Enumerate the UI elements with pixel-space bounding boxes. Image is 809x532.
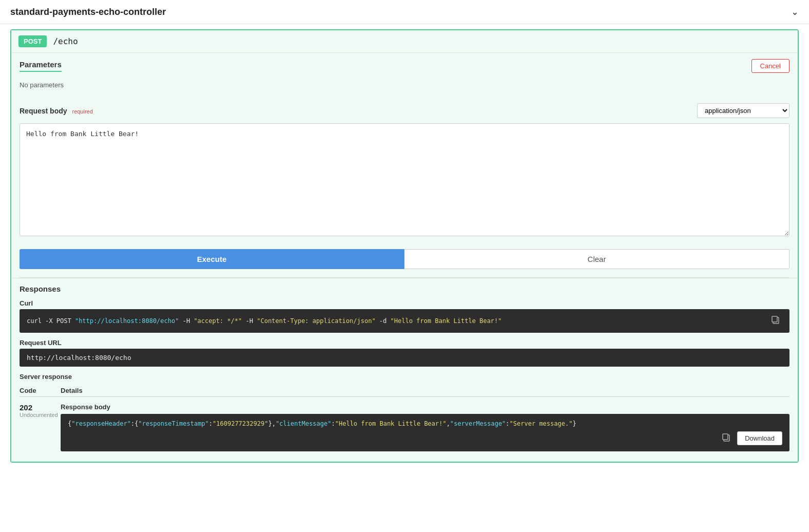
content-type-select[interactable]: application/json text/plain <box>697 103 789 118</box>
response-actions: Download <box>68 431 782 445</box>
parameters-section-title: Parameters <box>20 60 62 72</box>
json-key-1: "responseHeader" <box>71 420 131 427</box>
curl-section: Curl curl -X POST "http://localhost:8080… <box>20 299 789 333</box>
responses-section: Responses Curl curl -X POST "http://loca… <box>11 278 798 462</box>
request-url-section: Request URL http://localhost:8080/echo <box>20 339 789 367</box>
method-badge: POST <box>18 35 47 47</box>
curl-block: curl -X POST "http://localhost:8080/echo… <box>20 309 789 333</box>
curl-url: "http://localhost:8080/echo" <box>75 317 179 325</box>
cancel-button[interactable]: Cancel <box>751 59 789 73</box>
parameters-section-header: Parameters Cancel <box>11 53 798 77</box>
chevron-down-icon[interactable]: ⌄ <box>791 6 799 17</box>
request-body-textarea[interactable]: Hello from Bank Little Bear! <box>20 123 789 236</box>
curl-accept: "accept: */*" <box>194 317 242 325</box>
json-key-4: "serverMessage" <box>450 420 505 427</box>
controller-header: standard-payments-echo-controller ⌄ <box>0 0 809 24</box>
curl-d: -d <box>375 317 390 325</box>
curl-command: curl -X POST <box>27 317 75 325</box>
json-val-3: "Server message." <box>510 420 573 427</box>
request-body-header: Request body required application/json t… <box>20 103 789 118</box>
curl-content-type: "Content-Type: application/json" <box>257 317 375 325</box>
request-body-label-group: Request body required <box>20 107 93 115</box>
endpoint-row: POST /echo <box>11 30 798 53</box>
curl-label: Curl <box>20 299 789 307</box>
svg-rect-1 <box>772 316 777 322</box>
json-key-3: "clientMessage" <box>276 420 331 427</box>
col-code-header: Code <box>20 387 61 394</box>
required-badge: required <box>72 108 92 115</box>
response-code: 202 Undocumented <box>20 403 61 418</box>
download-button[interactable]: Download <box>737 431 782 445</box>
server-response-label: Server response <box>20 373 789 381</box>
response-body-text: {"responseHeader":{"responseTimestamp":"… <box>68 420 782 427</box>
json-key-2: "responseTimestamp" <box>138 420 209 427</box>
curl-data: "Hello from Bank Little Bear!" <box>390 317 502 325</box>
response-code-number: 202 <box>20 403 61 412</box>
execute-button[interactable]: Execute <box>20 249 404 269</box>
response-body-block: {"responseHeader":{"responseTimestamp":"… <box>61 414 789 451</box>
curl-copy-button[interactable] <box>769 314 782 328</box>
json-val-2: "Hello from Bank Little Bear!" <box>335 420 446 427</box>
response-details: Response body {"responseHeader":{"respon… <box>61 403 789 451</box>
responses-title: Responses <box>20 284 789 293</box>
request-body-section: Request body required application/json t… <box>11 97 798 244</box>
response-row: 202 Undocumented Response body {"respons… <box>20 399 789 455</box>
server-response-section: Server response Code Details 202 Undocum… <box>20 373 789 455</box>
response-copy-button[interactable] <box>720 432 733 445</box>
controller-title: standard-payments-echo-controller <box>10 7 166 17</box>
request-body-label: Request body <box>20 107 67 115</box>
curl-h2: -H <box>242 317 257 325</box>
curl-h1: -H <box>179 317 194 325</box>
request-url-block: http://localhost:8080/echo <box>20 349 789 367</box>
page-container: standard-payments-echo-controller ⌄ POST… <box>0 0 809 532</box>
response-table-header: Code Details <box>20 385 789 397</box>
json-val-1: "1609277232929" <box>213 420 268 427</box>
response-code-status: Undocumented <box>20 412 61 418</box>
no-params-text: No parameters <box>11 77 798 97</box>
clear-button[interactable]: Clear <box>404 249 790 269</box>
endpoint-panel: POST /echo Parameters Cancel No paramete… <box>10 29 799 463</box>
request-url-value: http://localhost:8080/echo <box>27 354 131 362</box>
endpoint-path: /echo <box>53 36 78 46</box>
action-buttons: Execute Clear <box>20 249 789 269</box>
response-body-label: Response body <box>61 403 789 411</box>
col-details-header: Details <box>61 387 83 394</box>
request-url-label: Request URL <box>20 339 789 347</box>
svg-rect-3 <box>723 434 728 440</box>
curl-text: curl -X POST "http://localhost:8080/echo… <box>27 317 769 325</box>
